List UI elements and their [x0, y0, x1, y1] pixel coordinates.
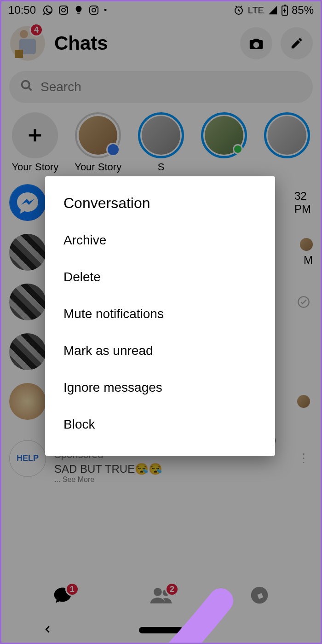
- option-mark-unread[interactable]: Mark as unread: [45, 332, 275, 369]
- app-screen: 10:50 • LTE 85%: [0, 0, 322, 644]
- option-delete[interactable]: Delete: [45, 259, 275, 296]
- conversation-dialog: Conversation Archive Delete Mute notific…: [45, 176, 275, 456]
- dialog-title: Conversation: [45, 195, 275, 222]
- option-block[interactable]: Block: [45, 406, 275, 443]
- option-mute[interactable]: Mute notifications: [45, 296, 275, 332]
- option-ignore[interactable]: Ignore messages: [45, 369, 275, 406]
- option-archive[interactable]: Archive: [45, 222, 275, 259]
